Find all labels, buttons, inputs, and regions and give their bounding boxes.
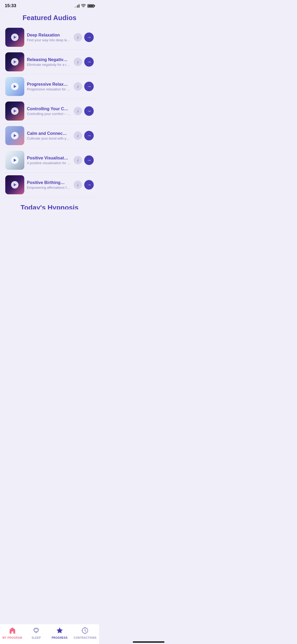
play-icon	[14, 85, 16, 88]
play-overlay-icon[interactable]	[11, 34, 18, 41]
audio-thumbnail	[5, 151, 24, 170]
audio-title: Releasing Negativ…	[27, 57, 71, 62]
audio-info: Positive Birthing… Empowering affirmatio…	[27, 180, 71, 190]
arrow-right-icon: →	[87, 84, 92, 89]
audio-item: Deep Relaxation Find your way into deep …	[3, 25, 96, 50]
audio-item: Controlling Your C… Controlling your com…	[3, 99, 96, 123]
status-time: 15:33	[5, 3, 16, 8]
info-button[interactable]: i	[74, 107, 82, 115]
play-icon	[14, 134, 16, 137]
audio-actions: i →	[74, 106, 94, 116]
arrow-right-icon: →	[87, 108, 92, 114]
arrow-right-icon: →	[87, 35, 92, 40]
go-button[interactable]: →	[84, 180, 94, 190]
audio-title: Controlling Your C…	[27, 107, 71, 111]
audio-item: Progressive Relax… Progressive relaxatio…	[3, 74, 96, 99]
play-icon	[14, 60, 16, 63]
audio-item: Releasing Negativ… Eliminate negativity …	[3, 50, 96, 74]
audio-title: Deep Relaxation	[27, 33, 71, 38]
audio-description: Find your way into deep level…	[27, 38, 71, 42]
go-button[interactable]: →	[84, 106, 94, 116]
play-icon	[14, 36, 16, 39]
play-overlay-icon[interactable]	[11, 132, 18, 139]
audio-item: Positive Birthing… Empowering affirmatio…	[3, 173, 96, 197]
play-overlay-icon[interactable]	[11, 107, 18, 115]
audio-description: Controlling your comfort – a r…	[27, 112, 71, 116]
play-icon	[14, 109, 16, 113]
info-button[interactable]: i	[74, 181, 82, 189]
info-button[interactable]: i	[74, 131, 82, 140]
audio-thumbnail	[5, 126, 24, 145]
audio-thumbnail	[5, 175, 24, 194]
audio-thumbnail	[5, 77, 24, 96]
play-overlay-icon[interactable]	[11, 58, 18, 66]
audio-title: Progressive Relax…	[27, 82, 71, 87]
today-section: Today's Hypnosis Deep Relaxation 18 mins	[0, 197, 99, 209]
info-button[interactable]: i	[74, 58, 82, 66]
audio-item: Positive Visualisat… A positive visualis…	[3, 148, 96, 173]
arrow-right-icon: →	[87, 158, 92, 163]
audio-description: A positive visualisation for a s…	[27, 161, 71, 165]
play-overlay-icon[interactable]	[11, 181, 18, 188]
audio-info: Positive Visualisat… A positive visualis…	[27, 156, 71, 165]
audio-thumbnail	[5, 28, 24, 47]
audio-list: Deep Relaxation Find your way into deep …	[0, 25, 99, 197]
go-button[interactable]: →	[84, 33, 94, 42]
status-icons	[75, 4, 94, 8]
audio-title: Positive Birthing…	[27, 180, 71, 185]
info-button[interactable]: i	[74, 82, 82, 91]
audio-actions: i →	[74, 180, 94, 190]
audio-thumbnail	[5, 52, 24, 71]
audio-actions: i →	[74, 131, 94, 140]
go-button[interactable]: →	[84, 131, 94, 140]
audio-description: Eliminate negativity for a rela…	[27, 63, 71, 67]
audio-title: Calm and Connec…	[27, 131, 71, 136]
audio-description: Cultivate your bond with you…	[27, 136, 71, 140]
audio-info: Releasing Negativ… Eliminate negativity …	[27, 57, 71, 67]
wifi-icon	[81, 4, 86, 8]
audio-description: Empowering affirmations for…	[27, 186, 71, 190]
audio-info: Deep Relaxation Find your way into deep …	[27, 33, 71, 42]
battery-icon	[87, 4, 94, 8]
audio-actions: i →	[74, 57, 94, 67]
arrow-right-icon: →	[87, 182, 92, 188]
today-hypnosis-title: Today's Hypnosis	[4, 204, 95, 209]
play-overlay-icon[interactable]	[11, 83, 18, 90]
play-icon	[14, 183, 16, 186]
info-button[interactable]: i	[74, 156, 82, 164]
arrow-right-icon: →	[87, 133, 92, 139]
arrow-right-icon: →	[87, 59, 92, 65]
audio-info: Progressive Relax… Progressive relaxatio…	[27, 82, 71, 91]
play-overlay-icon[interactable]	[11, 157, 18, 164]
audio-thumbnail	[5, 102, 24, 121]
scroll-content[interactable]: Featured Audios Deep Relaxation Find you…	[0, 10, 99, 209]
info-button[interactable]: i	[74, 33, 82, 42]
audio-title: Positive Visualisat…	[27, 156, 71, 160]
go-button[interactable]: →	[84, 155, 94, 165]
audio-actions: i →	[74, 155, 94, 165]
audio-actions: i →	[74, 82, 94, 91]
go-button[interactable]: →	[84, 57, 94, 67]
signal-icon	[75, 4, 79, 8]
featured-audios-title: Featured Audios	[0, 10, 99, 25]
play-icon	[14, 159, 16, 162]
status-bar: 15:33	[0, 0, 99, 10]
svg-point-0	[83, 7, 84, 7]
audio-actions: i →	[74, 33, 94, 42]
go-button[interactable]: →	[84, 82, 94, 91]
audio-info: Calm and Connec… Cultivate your bond wit…	[27, 131, 71, 140]
audio-item: Calm and Connec… Cultivate your bond wit…	[3, 123, 96, 148]
audio-description: Progressive relaxation for cal…	[27, 87, 71, 91]
audio-info: Controlling Your C… Controlling your com…	[27, 107, 71, 116]
